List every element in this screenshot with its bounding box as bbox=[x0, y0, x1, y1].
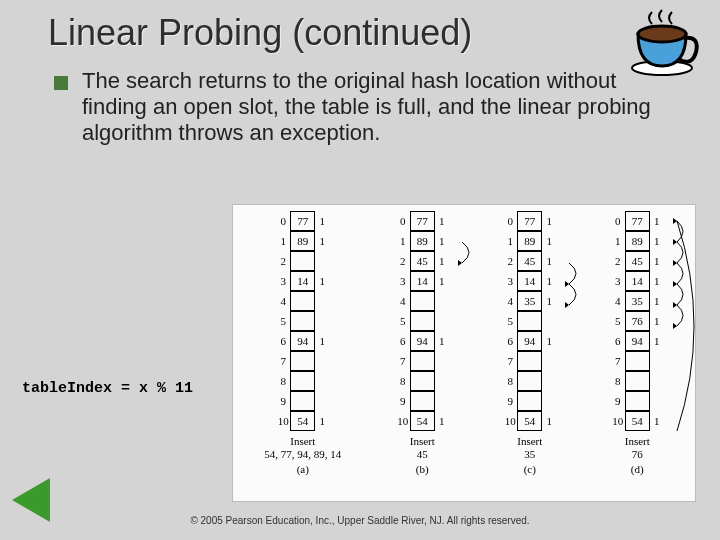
bullet-row: The search returns to the original hash … bbox=[0, 54, 720, 146]
copyright-footer: © 2005 Pearson Education, Inc., Upper Sa… bbox=[0, 515, 720, 526]
hash-table-diagram: 077118912314145694178910541Insert54, 77,… bbox=[232, 204, 696, 502]
formula-text: tableIndex = x % 11 bbox=[22, 380, 193, 397]
hash-column-0: 077118912314145694178910541Insert54, 77,… bbox=[264, 211, 341, 475]
bullet-icon bbox=[54, 76, 68, 90]
body-text: The search returns to the original hash … bbox=[82, 68, 684, 146]
hash-column-3: 077118912451314143515761694178910541Inse… bbox=[611, 211, 664, 475]
teacup-illustration bbox=[614, 6, 700, 80]
svg-point-1 bbox=[638, 26, 686, 42]
hash-column-2: 077118912451314143515694178910541Insert3… bbox=[503, 211, 556, 475]
hash-column-1: 077118912451314145694178910541Insert45(b… bbox=[396, 211, 449, 475]
slide-title: Linear Probing (continued) bbox=[0, 0, 720, 54]
